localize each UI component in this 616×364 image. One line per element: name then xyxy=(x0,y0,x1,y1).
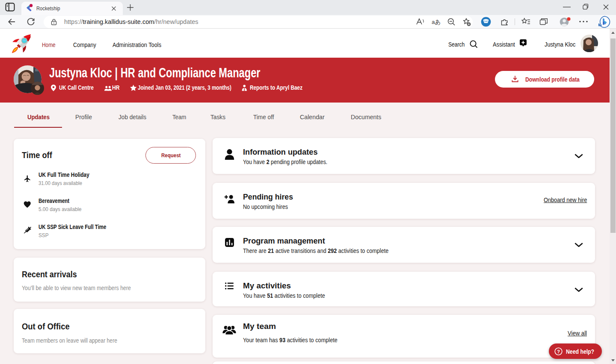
svg-text:?: ? xyxy=(557,349,560,354)
